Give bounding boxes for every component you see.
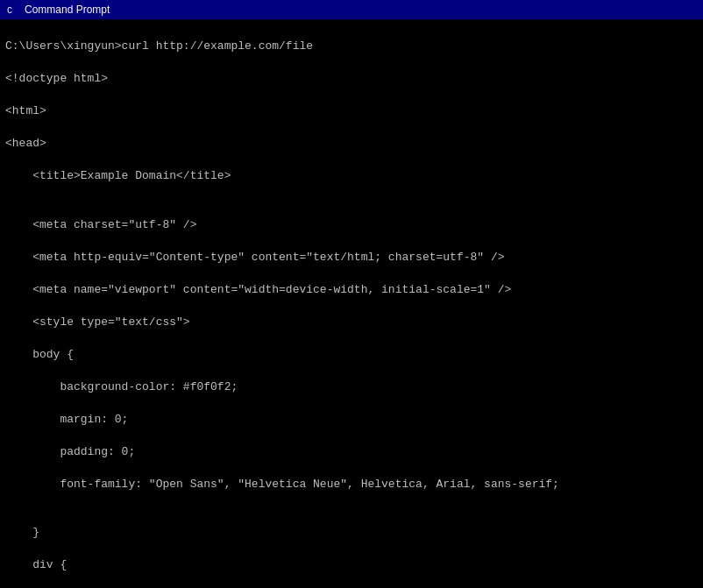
title-bar-text: Command Prompt (25, 4, 698, 16)
terminal-line: <head> (5, 136, 698, 152)
terminal-line: body { (5, 347, 698, 364)
terminal-line: } (5, 525, 698, 542)
terminal-line: font-family: "Open Sans", "Helvetica Neu… (5, 477, 698, 493)
terminal-line: C:\Users\xingyun>curl http://example.com… (5, 39, 698, 55)
terminal-line: <meta charset="utf-8" /> (5, 217, 698, 234)
terminal-content[interactable]: C:\Users\xingyun>curl http://example.com… (0, 19, 703, 588)
terminal-line: <html> (5, 103, 698, 120)
terminal-line: padding: 0; (5, 444, 698, 461)
cmd-icon: C (5, 3, 19, 17)
terminal-line: <meta name="viewport" content="width=dev… (5, 282, 698, 299)
terminal-line: background-color: #f0f0f2; (5, 379, 698, 396)
title-bar: C Command Prompt (0, 0, 703, 19)
svg-text:C: C (7, 6, 12, 16)
terminal-line: margin: 0; (5, 412, 698, 429)
terminal-line: <title>Example Domain</title> (5, 168, 698, 185)
terminal-line: <meta http-equiv="Content-type" content=… (5, 250, 698, 266)
terminal-line: <style type="text/css"> (5, 315, 698, 331)
terminal-line: <!doctype html> (5, 71, 698, 88)
terminal-line: div { (5, 557, 698, 574)
